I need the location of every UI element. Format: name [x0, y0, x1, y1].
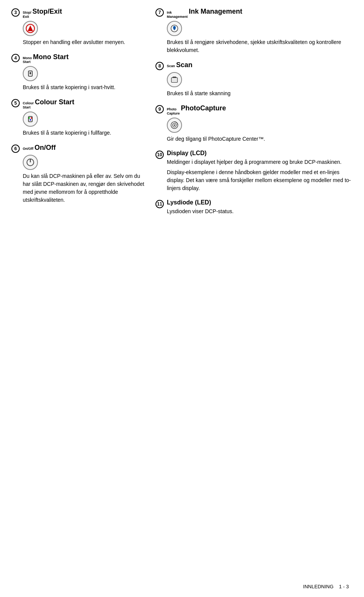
svg-point-15	[174, 124, 175, 126]
mono-start-icon	[23, 66, 38, 81]
section-7: 7 InkManagement Ink Management Brukes ti…	[155, 8, 353, 54]
text-4: Brukes til å starte kopiering i svart-hv…	[23, 83, 148, 91]
section-body-9: PhotoCapture PhotoCapture Gir deg tilgan…	[167, 104, 353, 143]
section-number-9: 9	[155, 105, 164, 113]
section-body-3: Stop/Exit Stop/Exit Stopper en handling …	[23, 8, 148, 46]
label-small-4: MonoStart	[23, 56, 32, 64]
text-5: Brukes til å starte kopiering i fullfarg…	[23, 129, 148, 137]
colour-start-icon	[23, 112, 38, 127]
section-number-8: 8	[155, 62, 164, 70]
onoff-icon	[23, 155, 38, 170]
section-5: 5 ColourStart Colour Start Brukes til å …	[11, 98, 148, 137]
label-small-7: InkManagement	[167, 11, 188, 19]
text-10b: Display-eksemplene i denne håndboken gje…	[167, 168, 353, 192]
svg-marker-1	[28, 25, 33, 31]
label-small-9: PhotoCapture	[167, 107, 180, 116]
label-small-6: On/Off	[23, 147, 33, 151]
section-body-11: Lysdiode (LED) Lysdioden viser DCP-statu…	[167, 199, 353, 215]
section-body-10: Display (LCD) Meldinger i displayet hjel…	[167, 150, 353, 192]
title-7: Ink Management	[189, 8, 242, 16]
label-small-3: Stop/Exit	[23, 11, 31, 19]
section-body-8: Scan Scan Brukes til å starte skanning	[167, 61, 353, 98]
section-number-11: 11	[155, 200, 164, 208]
text-8: Brukes til å starte skanning	[167, 90, 353, 97]
text-11: Lysdioden viser DCP-status.	[167, 207, 353, 215]
text-9: Gir deg tilgang til PhotoCapture Center™…	[167, 135, 353, 143]
footer: INNLEDNING 1 - 3	[303, 584, 349, 589]
title-10: Display (LCD)	[167, 150, 353, 157]
title-3: Stop/Exit	[33, 8, 62, 16]
title-4: Mono Start	[33, 53, 69, 61]
section-4: 4 MonoStart Mono Start Brukes til å star…	[11, 53, 148, 92]
title-11: Lysdiode (LED)	[167, 199, 353, 206]
section-11: 11 Lysdiode (LED) Lysdioden viser DCP-st…	[155, 199, 353, 215]
label-small-5: ColourStart	[23, 101, 34, 110]
label-small-8: Scan	[167, 64, 175, 68]
svg-point-6	[31, 117, 32, 119]
title-5: Colour Start	[35, 98, 74, 107]
section-body-5: ColourStart Colour Start Brukes til å st…	[23, 98, 148, 137]
text-6: Du kan slå DCP-maskinen på eller av. Sel…	[23, 172, 148, 204]
section-10: 10 Display (LCD) Meldinger i displayet h…	[155, 150, 353, 192]
section-number-7: 7	[155, 8, 164, 17]
left-column: 3 Stop/Exit Stop/Exit Stopper en handlin…	[11, 8, 148, 222]
scan-icon	[167, 72, 182, 87]
section-9: 9 PhotoCapture PhotoCapture Gir deg tilg…	[155, 104, 353, 143]
photocapture-icon	[167, 118, 182, 133]
section-6: 6 On/Off On/Off Du kan slå DCP-maskinen …	[11, 144, 148, 204]
ink-management-icon	[167, 21, 182, 36]
section-body-4: MonoStart Mono Start Brukes til å starte…	[23, 53, 148, 92]
footer-section: INNLEDNING	[303, 584, 333, 589]
stop-exit-icon	[23, 21, 38, 36]
right-column: 7 InkManagement Ink Management Brukes ti…	[155, 8, 353, 222]
text-10: Meldinger i displayet hjelper deg å prog…	[167, 158, 353, 166]
section-number-5: 5	[11, 99, 20, 107]
text-3: Stopper en handling eller avslutter meny…	[23, 38, 148, 46]
title-6: On/Off	[35, 144, 56, 152]
svg-point-5	[28, 117, 30, 119]
section-body-7: InkManagement Ink Management Brukes til …	[167, 8, 353, 54]
title-8: Scan	[176, 61, 193, 69]
section-body-6: On/Off On/Off Du kan slå DCP-maskinen på…	[23, 144, 148, 204]
section-number-4: 4	[11, 54, 20, 62]
text-7: Brukes til å rengjøre skrivehodene, sjek…	[167, 38, 353, 54]
svg-point-7	[30, 119, 31, 121]
section-number-10: 10	[155, 151, 164, 159]
section-number-6: 6	[11, 145, 20, 153]
footer-page: 1 - 3	[339, 584, 349, 589]
section-3: 3 Stop/Exit Stop/Exit Stopper en handlin…	[11, 8, 148, 46]
section-8: 8 Scan Scan Brukes til å starte skanning	[155, 61, 353, 98]
svg-rect-3	[30, 72, 31, 74]
section-number-3: 3	[11, 8, 20, 17]
title-9: PhotoCapture	[181, 104, 226, 113]
